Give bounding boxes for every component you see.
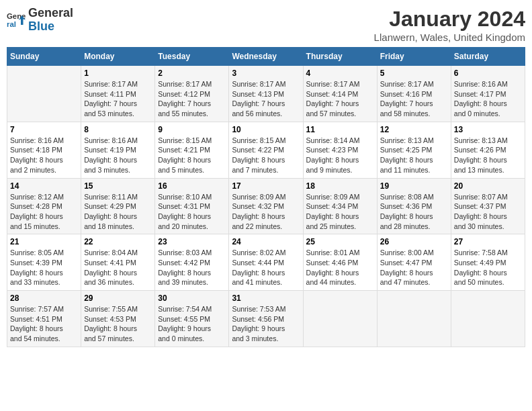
daylight-line2: and 7 minutes. [232, 165, 300, 175]
daylight-line1: Daylight: 8 hours [232, 268, 300, 278]
sunrise-text: Sunrise: 8:17 AM [380, 79, 448, 89]
sunset-text: Sunset: 4:31 PM [158, 201, 226, 212]
day-cell: 31Sunrise: 7:53 AMSunset: 4:56 PMDayligh… [229, 291, 303, 347]
daylight-line2: and 47 minutes. [380, 277, 448, 287]
header-friday: Friday [377, 48, 451, 66]
day-info: Sunrise: 8:15 AMSunset: 4:22 PMDaylight:… [232, 136, 300, 175]
daylight-line2: and 15 minutes. [10, 222, 78, 232]
day-info: Sunrise: 8:17 AMSunset: 4:13 PMDaylight:… [232, 79, 300, 119]
sunrise-text: Sunrise: 8:16 AM [84, 136, 152, 146]
daylight-line1: Daylight: 7 hours [84, 99, 152, 109]
sunrise-text: Sunrise: 8:14 AM [306, 136, 374, 146]
sunrise-text: Sunrise: 8:11 AM [84, 192, 152, 202]
daylight-line1: Daylight: 9 hours [158, 324, 226, 334]
daylight-line2: and 57 minutes. [306, 109, 374, 119]
daylight-line2: and 20 minutes. [158, 222, 226, 232]
day-number: 20 [454, 181, 522, 191]
day-number: 14 [10, 181, 78, 191]
daylight-line1: Daylight: 8 hours [380, 268, 448, 278]
day-number: 23 [158, 237, 226, 246]
day-cell: 23Sunrise: 8:03 AMSunset: 4:42 PMDayligh… [155, 234, 229, 291]
day-info: Sunrise: 7:55 AMSunset: 4:53 PMDaylight:… [84, 304, 152, 344]
daylight-line2: and 41 minutes. [232, 277, 300, 287]
sunset-text: Sunset: 4:46 PM [306, 258, 374, 268]
daylight-line1: Daylight: 8 hours [158, 268, 226, 278]
daylight-line2: and 9 minutes. [306, 165, 374, 175]
sunset-text: Sunset: 4:23 PM [306, 145, 374, 155]
header-wednesday: Wednesday [229, 48, 303, 66]
day-number: 29 [84, 293, 152, 303]
sunset-text: Sunset: 4:53 PM [84, 314, 152, 324]
day-cell: 29Sunrise: 7:55 AMSunset: 4:53 PMDayligh… [81, 291, 155, 347]
daylight-line1: Daylight: 8 hours [10, 212, 78, 222]
sunrise-text: Sunrise: 8:01 AM [306, 248, 374, 258]
day-number: 8 [84, 125, 152, 134]
daylight-line2: and 39 minutes. [158, 277, 226, 287]
day-number: 17 [232, 181, 300, 191]
day-number: 13 [454, 125, 522, 134]
sunset-text: Sunset: 4:39 PM [10, 258, 78, 268]
daylight-line1: Daylight: 7 hours [380, 99, 448, 109]
day-cell: 21Sunrise: 8:05 AMSunset: 4:39 PMDayligh… [7, 234, 81, 291]
sunrise-text: Sunrise: 8:00 AM [380, 248, 448, 258]
header-tuesday: Tuesday [155, 48, 229, 66]
daylight-line1: Daylight: 8 hours [380, 212, 448, 222]
day-cell: 10Sunrise: 8:15 AMSunset: 4:22 PMDayligh… [229, 122, 303, 178]
daylight-line1: Daylight: 8 hours [232, 155, 300, 165]
day-number: 31 [232, 293, 300, 303]
daylight-line1: Daylight: 8 hours [454, 212, 522, 222]
day-number: 5 [380, 68, 448, 78]
day-info: Sunrise: 8:17 AMSunset: 4:12 PMDaylight:… [158, 79, 226, 119]
week-row-2: 7Sunrise: 8:16 AMSunset: 4:18 PMDaylight… [7, 122, 525, 178]
week-row-3: 14Sunrise: 8:12 AMSunset: 4:28 PMDayligh… [7, 178, 525, 234]
week-row-4: 21Sunrise: 8:05 AMSunset: 4:39 PMDayligh… [7, 234, 525, 291]
daylight-line2: and 36 minutes. [84, 277, 152, 287]
day-info: Sunrise: 8:16 AMSunset: 4:19 PMDaylight:… [84, 136, 152, 175]
day-number: 16 [158, 181, 226, 191]
sunset-text: Sunset: 4:44 PM [232, 258, 300, 268]
sunrise-text: Sunrise: 8:09 AM [306, 192, 374, 202]
daylight-line2: and 33 minutes. [10, 277, 78, 287]
day-number: 7 [10, 125, 78, 134]
daylight-line2: and 25 minutes. [306, 222, 374, 232]
day-cell: 25Sunrise: 8:01 AMSunset: 4:46 PMDayligh… [303, 234, 377, 291]
day-cell: 13Sunrise: 8:13 AMSunset: 4:26 PMDayligh… [451, 122, 525, 178]
header-saturday: Saturday [451, 48, 525, 66]
daylight-line2: and 0 minutes. [454, 109, 522, 119]
daylight-line1: Daylight: 8 hours [84, 268, 152, 278]
daylight-line1: Daylight: 8 hours [454, 99, 522, 109]
day-cell: 24Sunrise: 8:02 AMSunset: 4:44 PMDayligh… [229, 234, 303, 291]
daylight-line1: Daylight: 8 hours [84, 324, 152, 334]
sunrise-text: Sunrise: 8:04 AM [84, 248, 152, 258]
day-cell: 15Sunrise: 8:11 AMSunset: 4:29 PMDayligh… [81, 178, 155, 234]
daylight-line2: and 11 minutes. [380, 165, 448, 175]
day-info: Sunrise: 8:07 AMSunset: 4:37 PMDaylight:… [454, 192, 522, 232]
day-number: 4 [306, 68, 374, 78]
sunset-text: Sunset: 4:12 PM [158, 89, 226, 99]
sunset-text: Sunset: 4:41 PM [84, 258, 152, 268]
day-cell: 27Sunrise: 7:58 AMSunset: 4:49 PMDayligh… [451, 234, 525, 291]
subtitle: Llanwern, Wales, United Kingdom [374, 32, 525, 43]
main-title: January 2024 [374, 7, 525, 32]
day-cell: 30Sunrise: 7:54 AMSunset: 4:55 PMDayligh… [155, 291, 229, 347]
daylight-line2: and 3 minutes. [84, 165, 152, 175]
header-sunday: Sunday [7, 48, 81, 66]
day-cell: 7Sunrise: 8:16 AMSunset: 4:18 PMDaylight… [7, 122, 81, 178]
sunset-text: Sunset: 4:36 PM [380, 201, 448, 212]
daylight-line1: Daylight: 7 hours [306, 99, 374, 109]
daylight-line2: and 0 minutes. [158, 334, 226, 344]
header: Gene ral General Blue January 2024 Llanw… [7, 7, 525, 43]
day-info: Sunrise: 8:13 AMSunset: 4:25 PMDaylight:… [380, 136, 448, 175]
day-cell [7, 66, 81, 122]
daylight-line1: Daylight: 8 hours [84, 212, 152, 222]
day-cell: 16Sunrise: 8:10 AMSunset: 4:31 PMDayligh… [155, 178, 229, 234]
header-monday: Monday [81, 48, 155, 66]
logo-text: General Blue [28, 7, 73, 34]
sunset-text: Sunset: 4:37 PM [454, 201, 522, 212]
sunrise-text: Sunrise: 8:13 AM [454, 136, 522, 146]
day-cell: 6Sunrise: 8:16 AMSunset: 4:17 PMDaylight… [451, 66, 525, 122]
title-area: January 2024 Llanwern, Wales, United Kin… [374, 7, 525, 43]
daylight-line1: Daylight: 7 hours [158, 99, 226, 109]
day-cell: 17Sunrise: 8:09 AMSunset: 4:32 PMDayligh… [229, 178, 303, 234]
sunset-text: Sunset: 4:42 PM [158, 258, 226, 268]
